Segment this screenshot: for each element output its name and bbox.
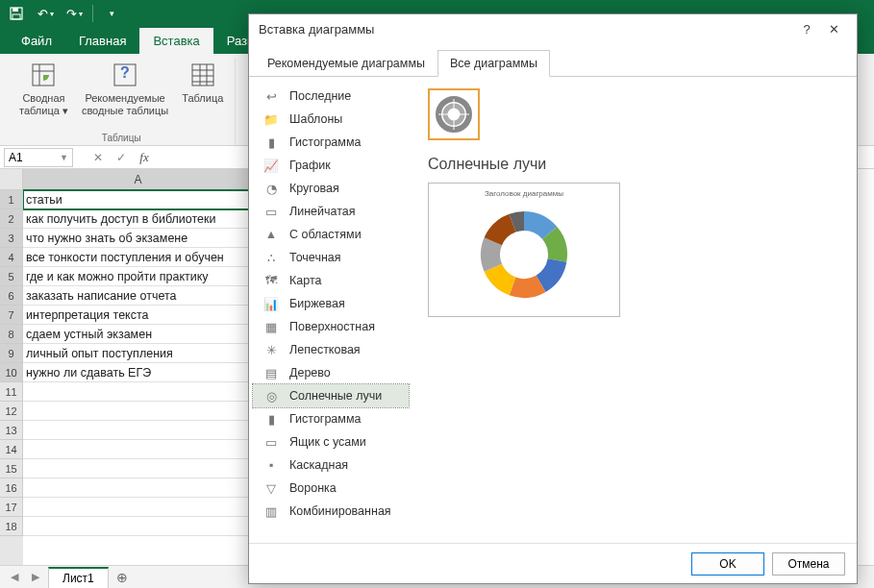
dialog-help-button[interactable]: ? bbox=[793, 15, 820, 42]
row-header[interactable]: 17 bbox=[0, 498, 23, 517]
chart-type-item[interactable]: ▭Линейчатая bbox=[253, 200, 409, 223]
row-header[interactable]: 3 bbox=[0, 229, 23, 248]
cancel-button[interactable]: Отмена bbox=[772, 552, 845, 576]
chart-type-icon: ▤ bbox=[262, 365, 280, 380]
chart-type-item[interactable]: ◔Круговая bbox=[253, 177, 409, 200]
insert-function-button[interactable]: fx bbox=[135, 148, 154, 167]
dialog-tab-recommended[interactable]: Рекомендуемые диаграммы bbox=[255, 50, 437, 77]
dialog-title: Вставка диаграммы bbox=[259, 22, 374, 37]
row-header[interactable]: 2 bbox=[0, 209, 23, 229]
sheet-nav-prev[interactable]: ◀ bbox=[6, 569, 23, 586]
chart-type-icon: ▽ bbox=[262, 480, 280, 496]
chart-type-icon: ▦ bbox=[262, 319, 280, 334]
row-header[interactable]: 4 bbox=[0, 248, 23, 267]
cell[interactable] bbox=[23, 478, 254, 498]
cell[interactable]: все тонкости поступления и обучен bbox=[23, 248, 254, 267]
cell[interactable]: нужно ли сдавать ЕГЭ bbox=[23, 363, 254, 382]
row-header[interactable]: 14 bbox=[0, 440, 23, 459]
enter-formula-button[interactable]: ✓ bbox=[112, 148, 131, 167]
chart-preview-thumbnail[interactable]: Заголовок диаграммы bbox=[428, 183, 620, 317]
chart-type-icon: ▪ bbox=[262, 457, 280, 473]
row-header[interactable]: 13 bbox=[0, 421, 23, 440]
save-button[interactable] bbox=[6, 3, 27, 24]
row-header[interactable]: 16 bbox=[0, 478, 23, 498]
qat-separator bbox=[92, 5, 93, 22]
chart-type-item[interactable]: 📊Биржевая bbox=[253, 292, 409, 315]
chart-type-item[interactable]: ∴Точечная bbox=[253, 246, 409, 269]
chart-type-item[interactable]: ▮Гистограмма bbox=[253, 407, 409, 430]
tab-home[interactable]: Главная bbox=[65, 28, 139, 54]
chart-type-item[interactable]: ↩Последние bbox=[253, 85, 409, 108]
chart-type-icon: ◔ bbox=[262, 181, 280, 196]
cell[interactable]: где и как можно пройти практику bbox=[23, 267, 254, 286]
chart-type-icon: 🗺 bbox=[262, 273, 280, 288]
chart-subtype-sunburst[interactable] bbox=[428, 88, 480, 140]
cell[interactable]: как получить доступ в библиотеки bbox=[23, 209, 254, 229]
cell[interactable] bbox=[23, 498, 254, 517]
add-sheet-button[interactable]: ⊕ bbox=[112, 568, 132, 587]
cell[interactable]: статьи bbox=[23, 190, 254, 209]
row-header[interactable]: 15 bbox=[0, 459, 23, 478]
chart-type-item[interactable]: ▪Каскадная bbox=[253, 453, 409, 477]
chart-type-item[interactable]: ◎Солнечные лучи bbox=[253, 384, 409, 407]
recommended-pivots-button[interactable]: ? Рекомендуемые сводные таблицы bbox=[76, 58, 174, 119]
chart-type-item[interactable]: ▽Воронка bbox=[253, 477, 409, 500]
chart-type-item[interactable]: ▦Поверхностная bbox=[253, 315, 409, 338]
chart-type-item[interactable]: ▤Дерево bbox=[253, 361, 409, 384]
tab-file[interactable]: Файл bbox=[8, 28, 65, 54]
chart-type-item[interactable]: ▭Ящик с усами bbox=[253, 430, 409, 453]
row-header[interactable]: 9 bbox=[0, 344, 23, 363]
pivot-table-label: Сводная таблица ▾ bbox=[19, 92, 68, 117]
cell[interactable] bbox=[23, 440, 254, 459]
row-header[interactable]: 5 bbox=[0, 267, 23, 286]
cell[interactable] bbox=[23, 517, 254, 536]
tab-insert[interactable]: Вставка bbox=[139, 28, 212, 54]
ok-button[interactable]: OK bbox=[691, 552, 764, 576]
chart-type-item[interactable]: ▲С областями bbox=[253, 223, 409, 246]
sheet-tab-1[interactable]: Лист1 bbox=[48, 567, 109, 588]
chart-type-item[interactable]: 🗺Карта bbox=[253, 269, 409, 292]
table-button[interactable]: Таблица bbox=[176, 58, 229, 107]
name-box[interactable]: A1▼ bbox=[4, 148, 73, 167]
pivot-table-button[interactable]: Сводная таблица ▾ bbox=[13, 58, 74, 119]
dialog-tab-all[interactable]: Все диаграммы bbox=[437, 50, 550, 77]
cell[interactable] bbox=[23, 402, 254, 421]
row-header[interactable]: 7 bbox=[0, 306, 23, 325]
cell[interactable]: интерпретация текста bbox=[23, 306, 254, 325]
cell[interactable] bbox=[23, 382, 254, 402]
row-header[interactable]: 18 bbox=[0, 517, 23, 536]
column-header-a[interactable]: A bbox=[23, 169, 254, 190]
dialog-close-button[interactable]: ✕ bbox=[820, 15, 847, 42]
row-header[interactable]: 11 bbox=[0, 382, 23, 402]
chart-type-item[interactable]: 📁Шаблоны bbox=[253, 108, 409, 131]
cell[interactable]: личный опыт поступления bbox=[23, 344, 254, 363]
svg-rect-2 bbox=[12, 14, 20, 19]
cell[interactable] bbox=[23, 421, 254, 440]
chart-type-item[interactable]: ▮Гистограмма bbox=[253, 131, 409, 154]
row-header[interactable]: 12 bbox=[0, 402, 23, 421]
chart-type-icon: ▭ bbox=[262, 204, 280, 219]
chart-type-label: Круговая bbox=[289, 182, 339, 195]
cell[interactable]: заказать написание отчета bbox=[23, 286, 254, 306]
cell[interactable]: что нужно знать об экзамене bbox=[23, 229, 254, 248]
dialog-footer: OK Отмена bbox=[249, 543, 857, 583]
chart-type-item[interactable]: ▥Комбинированная bbox=[253, 500, 409, 523]
chart-preview-heading: Солнечные лучи bbox=[428, 156, 841, 173]
row-header[interactable]: 8 bbox=[0, 325, 23, 344]
sheet-nav-next[interactable]: ▶ bbox=[27, 569, 44, 586]
row-header[interactable]: 10 bbox=[0, 363, 23, 382]
select-all-corner[interactable] bbox=[0, 169, 23, 190]
chart-type-item[interactable]: 📈График bbox=[253, 154, 409, 177]
chart-type-item[interactable]: ✳Лепестковая bbox=[253, 338, 409, 361]
cell[interactable]: сдаем устный экзамен bbox=[23, 325, 254, 344]
chart-type-label: Биржевая bbox=[289, 297, 345, 310]
row-header[interactable]: 1 bbox=[0, 190, 23, 209]
cancel-formula-button[interactable]: ✕ bbox=[88, 148, 108, 167]
redo-button[interactable]: ↷▾ bbox=[63, 3, 85, 24]
chart-type-icon: ▮ bbox=[262, 411, 280, 427]
undo-button[interactable]: ↶▾ bbox=[35, 3, 56, 24]
qat-customize-button[interactable]: ▾ bbox=[101, 3, 122, 24]
cell[interactable] bbox=[23, 459, 254, 478]
row-header[interactable]: 6 bbox=[0, 286, 23, 306]
name-box-dropdown-icon[interactable]: ▼ bbox=[60, 153, 68, 162]
